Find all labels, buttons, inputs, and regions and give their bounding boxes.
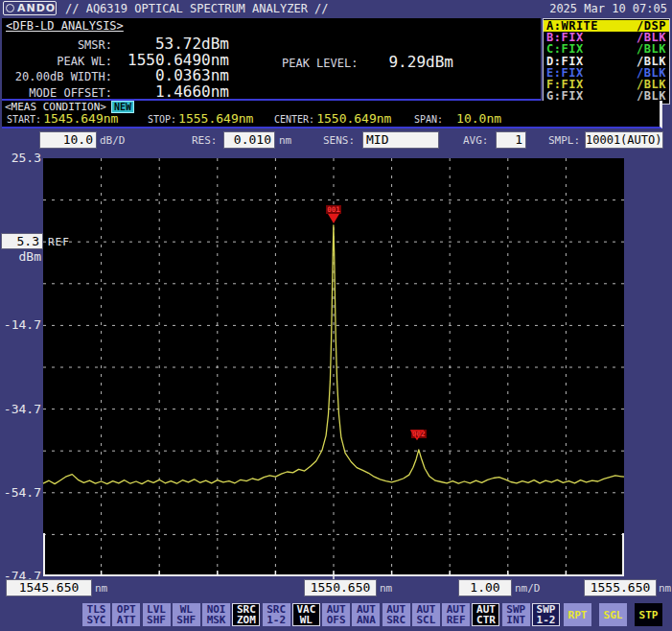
marker-triangle-hollow-icon: [410, 430, 424, 440]
analysis-row-peak-wl: PEAK WL: 1550.6490nm: [2, 51, 229, 67]
softkey-src-1-2[interactable]: SRC 1-2: [263, 603, 290, 626]
trace-row-d[interactable]: D:FIX/BLK: [544, 56, 669, 67]
ref-level-input[interactable]: 5.3: [2, 234, 42, 248]
softkey-aut-src[interactable]: AUT SRC: [382, 603, 410, 626]
softkey-tls-syc[interactable]: TLS SYC: [82, 603, 110, 626]
x-start-unit: nm: [95, 582, 107, 595]
runkey-stp[interactable]: STP: [635, 603, 662, 626]
x-center-unit: nm: [380, 582, 392, 595]
x-stop-unit: nm: [659, 582, 671, 595]
y-axis-unit: dBm: [0, 250, 41, 264]
ando-logo-icon: [6, 4, 14, 12]
softkey-aut-scl[interactable]: AUT SCL: [412, 603, 440, 626]
spectrum-plot: REF 001002: [43, 158, 624, 576]
ando-logo: ANDO: [3, 1, 57, 15]
osa-screen: ANDO // AQ6319 OPTICAL SPECTRUM ANALYZER…: [0, 0, 672, 631]
run-key-bar: RPTSGLSTP: [564, 603, 662, 626]
softkey-aut-ana[interactable]: AUT ANA: [352, 603, 380, 626]
softkey-aut-ref[interactable]: AUT REF: [442, 603, 470, 626]
res-unit: nm: [279, 134, 291, 147]
trace-mode: /BLK: [637, 56, 666, 67]
smpl-label: SMPL:: [548, 134, 580, 147]
res-label: RES:: [192, 134, 218, 147]
sens-label: SENS:: [323, 134, 355, 147]
trace-row-c[interactable]: C:FIX/BLK: [544, 43, 669, 55]
trace-name: D:FIX: [546, 56, 584, 67]
softkey-noi-msk[interactable]: NOI MSK: [202, 603, 230, 626]
softkey-lvl-shf[interactable]: LVL SHF: [143, 603, 171, 626]
y-tick-m54: -54.7: [0, 486, 41, 500]
level-scale-input[interactable]: 10.0: [40, 132, 96, 148]
start-wavelength-field: START: 1545.649nm: [7, 111, 118, 126]
datetime: 2025 Mar 10 07:05: [549, 2, 667, 15]
ref-line-label: REF: [48, 236, 70, 248]
peak-level-value: 9.29dBm: [388, 53, 452, 71]
softkey-swp-int[interactable]: SWP INT: [502, 603, 530, 626]
x-per-div-input[interactable]: 1.00: [459, 580, 511, 596]
dfb-ld-analysis-panel: <DFB-LD ANALYSIS> SMSR: 53.72dBm PEAK WL…: [2, 18, 541, 101]
y-tick-m14: -14.7: [0, 318, 41, 332]
x-start-input[interactable]: 1545.650: [7, 580, 91, 596]
softkey-aut-ctr[interactable]: AUT CTR: [472, 603, 499, 626]
analysis-row-smsr: SMSR: 53.72dBm: [2, 35, 229, 51]
softkey-swp-1-2[interactable]: SWP 1-2: [532, 603, 560, 626]
runkey-sgl[interactable]: SGL: [599, 603, 627, 626]
peak-marker-001: 001: [325, 205, 342, 223]
x-per-div-unit: nm/D: [515, 582, 541, 595]
trace-status-panel: A:WRITE/DSPB:FIX/BLKC:FIX/BLKD:FIX/BLKE:…: [543, 18, 670, 105]
softkey-aut-ofs[interactable]: AUT OFS: [322, 603, 350, 626]
analysis-row-mode-offset: MODE OFFSET: 1.4660nm: [2, 82, 229, 99]
x-center-input[interactable]: 1550.650: [305, 580, 376, 596]
average-input[interactable]: 1: [497, 132, 525, 148]
softkey-wl-shf[interactable]: WL SHF: [173, 603, 200, 626]
resolution-input[interactable]: 0.010: [224, 132, 274, 148]
center-wavelength-field: CENTER: 1550.649nm: [274, 111, 391, 126]
x-stop-input[interactable]: 1555.650: [585, 580, 656, 596]
peak-level-readout: PEAK LEVEL: 9.29dBm: [282, 53, 453, 71]
level-scale-unit: dB/D: [100, 134, 126, 147]
trace-name: C:FIX: [546, 43, 584, 55]
softkey-src-zom[interactable]: SRC ZOM: [232, 603, 260, 626]
sampling-input[interactable]: 10001(AUTO): [586, 132, 662, 148]
runkey-rpt[interactable]: RPT: [564, 603, 591, 626]
analysis-title: <DFB-LD ANALYSIS>: [6, 19, 124, 33]
analysis-row-20db-width: 20.00dB WIDTH: 0.0363nm: [2, 66, 229, 82]
y-tick-m34: -34.7: [0, 403, 41, 416]
mode-offset-value: 1.4660nm: [112, 82, 229, 101]
peak-marker-002: 002: [410, 430, 428, 438]
peak-marker-label: 001: [326, 205, 341, 214]
sensitivity-input[interactable]: MID: [363, 132, 438, 148]
softkey-bar: TLS SYCOPT ATTLVL SHFWL SHFNOI MSKSRC ZO…: [82, 603, 560, 626]
softkey-opt-att[interactable]: OPT ATT: [112, 603, 140, 626]
trace-mode: /BLK: [637, 43, 666, 55]
page-title: // AQ6319 OPTICAL SPECTRUM ANALYZER //: [65, 2, 329, 15]
meas-condition-bar: <MEAS CONDITION> NEW START: 1545.649nm S…: [2, 101, 662, 129]
y-tick-top: 25.3: [0, 152, 41, 165]
marker-triangle-filled-icon: [328, 214, 339, 223]
stop-wavelength-field: STOP: 1555.649nm: [148, 111, 253, 126]
ando-logo-text: ANDO: [17, 2, 56, 14]
softkey-vac-wl[interactable]: VAC WL: [292, 603, 320, 626]
avg-label: AVG:: [463, 134, 489, 147]
span-field: SPAN: 10.0nm: [414, 111, 501, 126]
